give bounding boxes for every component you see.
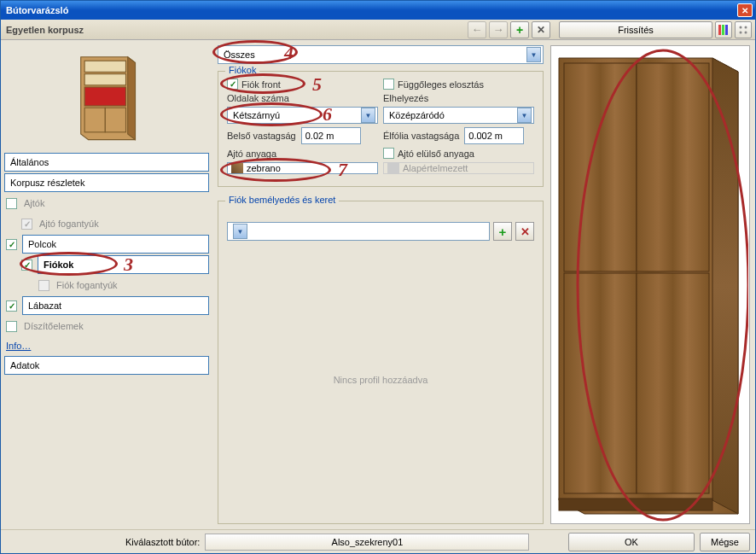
nav-drawers[interactable]: ✓ Fiókok 3 (4, 255, 209, 274)
edge-thickness-input[interactable]: 0.002 m (464, 127, 524, 144)
svg-rect-10 (84, 74, 125, 85)
delete-profile-button[interactable]: ✕ (515, 222, 534, 241)
svg-rect-13 (105, 108, 125, 132)
svg-marker-8 (127, 57, 135, 140)
svg-rect-11 (84, 87, 125, 106)
main-area: Általános Korpusz részletek Ajtók ✓ Ajtó… (1, 40, 755, 529)
svg-point-3 (740, 26, 742, 28)
footer: Kiválasztott bútor: Also_szekreny01 OK M… (1, 529, 755, 553)
material-swatch-icon (231, 163, 243, 173)
pattern-icon[interactable] (735, 21, 752, 38)
titlebar: Bútorvarázsló ✕ (1, 1, 755, 20)
inner-thickness-input[interactable]: 0.02 m (301, 127, 361, 144)
front-material-input: Alapértelmezett (383, 162, 534, 174)
profile-combo[interactable]: ▼ (227, 222, 490, 241)
svg-rect-18 (564, 273, 637, 493)
nav-plinth[interactable]: ✓ Lábazat (4, 296, 209, 315)
center-panel: Összes ▼ 4 Fiókok ✓ Fiók front 5 (214, 40, 549, 529)
empty-message: Nincs profil hozzáadva (227, 244, 534, 515)
svg-rect-9 (84, 61, 125, 72)
ok-button[interactable]: OK (568, 533, 695, 551)
svg-rect-0 (718, 25, 721, 35)
nav-data[interactable]: Adatok (4, 356, 209, 375)
toolbar: Egyetlen korpusz ← → + ✕ Frissítés (1, 20, 755, 40)
preview-3d[interactable] (550, 45, 750, 524)
svg-rect-17 (637, 63, 709, 271)
right-panel (549, 40, 755, 529)
left-panel: Általános Korpusz részletek Ajtók ✓ Ajtó… (1, 40, 214, 529)
nav-back-button[interactable]: ← (468, 21, 486, 38)
thumbnail (4, 45, 209, 148)
svg-rect-2 (725, 25, 728, 35)
nav-drawer-handles: Fiók fogantyúk (4, 276, 209, 294)
plinth-checkbox[interactable]: ✓ (6, 300, 17, 312)
vertical-split-checkbox[interactable] (383, 79, 394, 90)
add-button[interactable]: + (510, 21, 529, 38)
door-handles-checkbox: ✓ (21, 219, 32, 230)
chevron-down-icon[interactable]: ▼ (361, 108, 375, 123)
frame-fieldset: Fiók bemélyedés és keret ▼ + ✕ Nincs pro… (218, 201, 544, 524)
nav-doors[interactable]: Ajtók (4, 194, 209, 213)
chevron-down-icon[interactable]: ▼ (526, 47, 541, 62)
nav-door-handles: ✓ Ajtó fogantyúk (4, 214, 209, 233)
front-material-checkbox[interactable] (383, 148, 394, 159)
chevron-down-icon[interactable]: ▼ (233, 224, 247, 239)
refresh-button[interactable]: Frissítés (559, 21, 712, 38)
nav-corpus-details[interactable]: Korpusz részletek (4, 173, 209, 192)
scope-combo[interactable]: Összes ▼ (218, 45, 544, 64)
footer-label: Kiválasztott bútor: (125, 537, 200, 547)
doors-checkbox[interactable] (6, 198, 17, 209)
drawers-checkbox[interactable]: ✓ (21, 260, 32, 271)
info-link[interactable]: Info… (6, 341, 209, 351)
nav-general[interactable]: Általános (4, 153, 209, 172)
decor-checkbox[interactable] (6, 321, 17, 332)
main-window: Bútorvarázsló ✕ Egyetlen korpusz ← → + ✕… (0, 0, 756, 554)
svg-point-6 (745, 31, 747, 33)
palette-icon[interactable] (715, 21, 732, 38)
cancel-button[interactable]: Mégse (700, 533, 750, 551)
svg-rect-19 (637, 273, 709, 493)
placement-combo[interactable]: Középzáródó ▼ (383, 107, 534, 124)
material-swatch-icon (387, 163, 399, 173)
preview-render (552, 46, 748, 524)
svg-point-5 (740, 31, 742, 33)
shelves-checkbox[interactable]: ✓ (6, 239, 17, 250)
nav-forward-button[interactable]: → (489, 21, 508, 38)
toolbar-subtitle: Egyetlen korpusz (4, 25, 84, 35)
close-button[interactable]: ✕ (737, 3, 753, 17)
fiok-front-checkbox[interactable]: ✓ (227, 79, 238, 90)
chevron-down-icon[interactable]: ▼ (517, 108, 532, 123)
selected-furniture-name: Also_szekreny01 (205, 534, 529, 551)
window-title: Bútorvarázsló (6, 5, 737, 15)
svg-point-4 (745, 26, 747, 28)
nav-shelves[interactable]: ✓ Polcok (4, 235, 209, 254)
svg-rect-12 (84, 108, 105, 132)
nav-decor[interactable]: Díszítőelemek (4, 317, 209, 335)
door-material-input[interactable]: zebrano (227, 162, 378, 174)
drawers-fieldset: Fiókok ✓ Fiók front 5 Függőleges elo (218, 71, 544, 187)
add-profile-button[interactable]: + (493, 222, 512, 241)
delete-button[interactable]: ✕ (532, 21, 550, 38)
sides-combo[interactable]: Kétszárnyú ▼ (227, 107, 378, 124)
svg-rect-16 (564, 63, 637, 271)
drawer-handles-checkbox (38, 280, 49, 291)
thumbnail-image (67, 50, 148, 143)
svg-rect-1 (722, 25, 724, 35)
